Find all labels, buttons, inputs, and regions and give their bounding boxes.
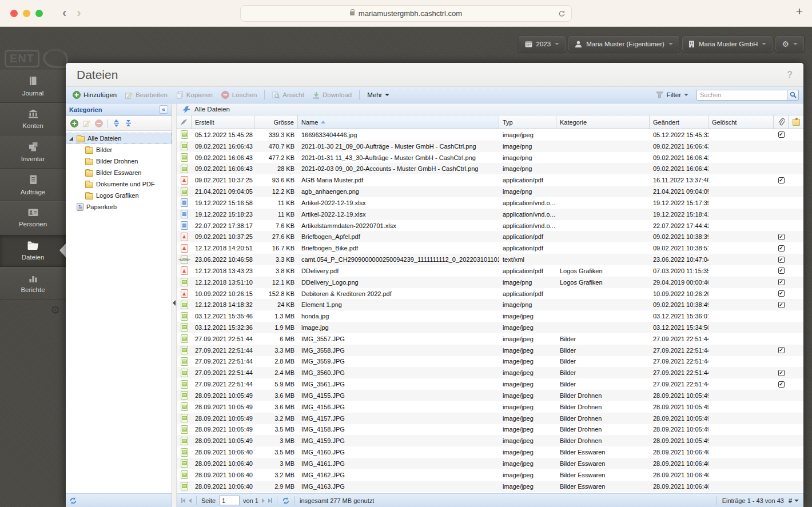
table-row[interactable]: 27.09.2021 22:51:446 MBIMG_3557.JPGimage… — [177, 333, 803, 345]
table-row[interactable]: 03.12.2021 15:32:361.9 MBimage.jpgimage/… — [177, 322, 803, 333]
table-row[interactable]: 28.09.2021 10:06:402.9 MBIMG_4163.JPGima… — [177, 481, 803, 492]
filter-button[interactable]: Filter — [652, 90, 692, 100]
table-row[interactable]: 03.12.2021 15:35:461.3 MBhonda.jpgimage/… — [177, 310, 803, 322]
table-row[interactable]: 27.09.2021 22:51:445.9 MBIMG_3561.JPGima… — [177, 378, 803, 390]
refresh-icon[interactable] — [69, 497, 77, 505]
sidebar-item-inventar[interactable]: Inventar — [0, 135, 66, 169]
table-row[interactable]: 22.07.2022 17:38:177.6 KBArtikelstammdat… — [177, 220, 803, 231]
collapse-panel-button[interactable]: « — [159, 105, 168, 114]
table-row[interactable]: 28.09.2021 10:05:493.5 MBIMG_4158.JPGima… — [177, 424, 803, 436]
search-input[interactable] — [696, 90, 787, 101]
sidebar-item-berichte[interactable]: Berichte — [0, 267, 66, 300]
table-row[interactable]: 05.12.2022 15:45:28339.3 KB1669633404446… — [177, 129, 803, 141]
close-window-button[interactable] — [10, 10, 18, 17]
table-row[interactable]: 10.09.2022 10:26:15152.8 KBDebitoren & K… — [177, 288, 803, 300]
tree-node-logos-grafiken[interactable]: Logos Grafiken — [66, 190, 172, 201]
edit-category-icon[interactable] — [83, 119, 90, 127]
table-row[interactable]: 12.12.2018 13:43:233.8 KBDDelivery.pdfap… — [177, 265, 803, 277]
column-header-geaendert[interactable]: Geändert — [650, 115, 708, 129]
sidebar-item-personen[interactable]: Personen — [0, 201, 66, 234]
last-page-button[interactable] — [268, 498, 272, 503]
sidebar-item-journal[interactable]: Journal — [0, 70, 66, 103]
help-button[interactable]: ? — [787, 70, 793, 80]
search-button[interactable] — [787, 90, 799, 101]
table-row[interactable]: 09.02.2021 16:06:43470.7 KB2021-01-30 21… — [177, 141, 803, 152]
column-header-typ[interactable]: Typ — [499, 115, 556, 129]
next-page-button[interactable] — [262, 498, 265, 503]
table-row[interactable]: 12.12.2018 14:20:5116.7 KBBriefbogen_Bik… — [177, 242, 803, 254]
hinzuf-gen-button[interactable]: Hinzufügen — [69, 89, 121, 101]
first-page-button[interactable] — [181, 498, 185, 503]
table-row[interactable]: 12.12.2018 14:18:3224 KBElement 1.pngima… — [177, 299, 803, 310]
table-row[interactable]: 28.09.2021 10:05:493 MBIMG_4159.JPGimage… — [177, 435, 803, 446]
mehr-button[interactable]: Mehr — [363, 90, 393, 100]
tree-node-bilder-esswaren[interactable]: Bilder Esswaren — [66, 167, 172, 178]
column-header-paperclip[interactable] — [774, 115, 789, 129]
tree-node-bilder-drohnen[interactable]: Bilder Drohnen — [66, 155, 172, 167]
new-tab-button[interactable]: + — [796, 5, 803, 18]
sidebar-item-auftr-ge[interactable]: Aufträge — [0, 169, 66, 202]
bearbeiten-button[interactable]: Bearbeiten — [121, 90, 172, 101]
cell-modified: 09.02.2021 10:38:39 — [650, 233, 708, 240]
table-row[interactable]: 28.09.2021 10:06:403.2 MBIMG_4162.JPGima… — [177, 469, 803, 481]
column-header-attachments[interactable] — [177, 115, 192, 129]
tree-node-bilder[interactable]: Bilder — [66, 144, 172, 155]
table-row[interactable]: 28.09.2021 10:06:403 MBIMG_4161.JPGimage… — [177, 458, 803, 469]
column-header-note[interactable] — [789, 115, 803, 129]
forward-button[interactable]: › — [77, 7, 81, 19]
table-row[interactable]: 23.06.2022 10:46:583.3 KBcamt.054_P_CH29… — [177, 254, 803, 265]
column-header-name[interactable]: Name — [298, 115, 499, 129]
logo-swirl — [43, 49, 68, 68]
user-menu-button[interactable]: Maria Muster (Eigentümer) — [568, 36, 679, 51]
table-row[interactable]: 21.04.2021 09:04:0512.2 KBagb_anhaengen.… — [177, 186, 803, 197]
table-row[interactable]: 09.02.2021 10:37:2593.6 KBAGB Maria Must… — [177, 174, 803, 186]
table-row[interactable]: 28.09.2021 10:05:493.6 MBIMG_4156.JPGima… — [177, 401, 803, 413]
table-row[interactable]: 28.09.2021 10:05:493.2 MBIMG_4157.JPGima… — [177, 413, 803, 424]
sidebar-item-konten[interactable]: Konten — [0, 103, 66, 136]
tree-node-dokumente-und-pdf[interactable]: Dokumente und PDF — [66, 178, 172, 190]
l-schen-button[interactable]: Löschen — [217, 89, 261, 101]
table-row[interactable]: 19.12.2022 15:16:5811 KBArtikel-2022-12-… — [177, 197, 803, 209]
company-menu-button[interactable]: Maria Muster GmbH — [682, 36, 773, 51]
delete-category-icon[interactable] — [95, 119, 103, 127]
table-row[interactable]: 28.09.2021 10:06:403.5 MBIMG_4160.JPGima… — [177, 446, 803, 458]
ansicht-button[interactable]: Ansicht — [268, 90, 308, 101]
table-row[interactable]: 12.12.2018 13:51:1012.1 KBDDelivery_Logo… — [177, 277, 803, 288]
table-row[interactable]: 09.02.2021 10:37:2527.6 KBBriefbogen_Apf… — [177, 231, 803, 242]
table-row[interactable]: 28.09.2021 10:05:493.6 MBIMG_4155.JPGima… — [177, 390, 803, 401]
download-button[interactable]: Download — [309, 90, 356, 101]
refresh-icon[interactable] — [282, 497, 290, 505]
minimize-window-button[interactable] — [23, 10, 30, 17]
tree-node-papierkorb[interactable]: ⇅Papierkorb — [66, 201, 172, 213]
column-header-erstellt[interactable]: Erstellt — [192, 115, 254, 129]
table-row[interactable]: 19.12.2022 15:18:2311 KBArtikel-2022-12-… — [177, 209, 803, 220]
settings-menu-button[interactable]: ⚙ — [775, 36, 804, 51]
add-category-icon[interactable] — [70, 119, 78, 127]
screen: { "browser": {"url": "mariamustergmbh.ca… — [0, 0, 812, 507]
tree-expander-icon[interactable] — [69, 137, 73, 141]
address-bar[interactable]: mariamustergmbh.cashctrl.com — [240, 5, 572, 22]
tree-node-alle-dateien[interactable]: Alle Dateien — [66, 133, 172, 144]
column-header-groesse[interactable]: Grösse — [254, 115, 298, 129]
panel-splitter[interactable] — [172, 103, 177, 507]
previous-page-button[interactable] — [189, 498, 192, 503]
kopieren-button[interactable]: Kopieren — [172, 89, 217, 101]
file-type-image-icon — [181, 459, 188, 468]
page-number-input[interactable] — [219, 496, 240, 505]
table-row[interactable]: 27.09.2021 22:51:442.4 MBIMG_3560.JPGima… — [177, 367, 803, 378]
table-row[interactable]: 27.09.2021 22:51:443.3 MBIMG_3558.JPGima… — [177, 345, 803, 356]
cell-created: 09.02.2021 16:06:43 — [192, 143, 254, 150]
table-row[interactable]: 09.02.2021 16:06:43477.2 KB2021-01-31 11… — [177, 152, 803, 163]
fiscal-year-button[interactable]: 2023 — [519, 36, 566, 51]
back-button[interactable]: ‹ — [62, 7, 66, 19]
column-header-geloescht[interactable]: Gelöscht — [708, 115, 774, 129]
reload-icon[interactable] — [558, 10, 566, 19]
zoom-window-button[interactable] — [35, 10, 43, 17]
numbering-menu-button[interactable]: # — [789, 497, 799, 504]
expand-all-icon[interactable] — [113, 119, 120, 127]
sidebar-item-dateien[interactable]: Dateien — [0, 234, 66, 268]
table-row[interactable]: 09.02.2021 16:06:4328 KB2021-02-03 09_00… — [177, 163, 803, 174]
column-header-kategorie[interactable]: Kategorie — [556, 115, 650, 129]
table-row[interactable]: 27.09.2021 22:51:442.8 MBIMG_3559.JPGima… — [177, 356, 803, 368]
collapse-all-icon[interactable] — [125, 119, 132, 127]
